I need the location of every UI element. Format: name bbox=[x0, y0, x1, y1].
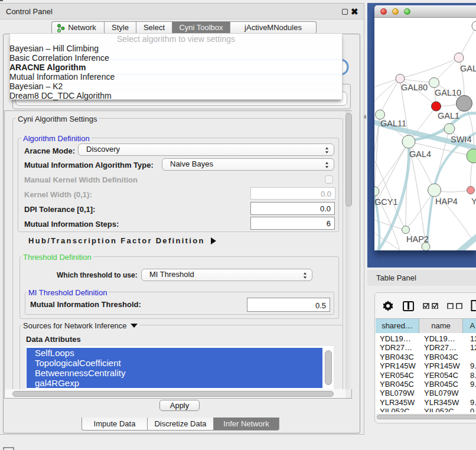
svg-text:HAP4: HAP4 bbox=[435, 197, 458, 206]
svg-text:GAL1: GAL1 bbox=[438, 111, 459, 120]
svg-text:GAL80: GAL80 bbox=[401, 83, 428, 92]
svg-text:GAL10: GAL10 bbox=[435, 88, 461, 97]
svg-text:HAP2: HAP2 bbox=[406, 234, 429, 244]
svg-text:GAL11: GAL11 bbox=[380, 119, 406, 128]
svg-text:GAL2: GAL2 bbox=[460, 64, 476, 73]
svg-text:GCY1: GCY1 bbox=[374, 197, 398, 207]
svg-text:Y: Y bbox=[471, 197, 476, 206]
svg-text:SWI4: SWI4 bbox=[451, 135, 471, 144]
svg-text:GAL4: GAL4 bbox=[409, 149, 431, 159]
